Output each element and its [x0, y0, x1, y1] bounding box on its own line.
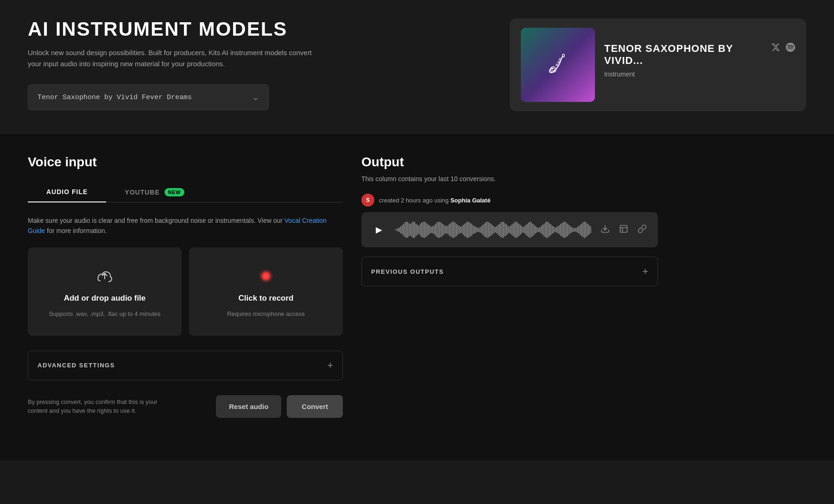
- bottom-section: Voice input AUDIO FILE YOUTUBE New Make …: [0, 136, 834, 460]
- record-box-title: Click to record: [238, 294, 293, 303]
- left-header: AI INSTRUMENT MODELS Unlock new sound de…: [28, 19, 361, 110]
- save-to-library-button[interactable]: [617, 222, 630, 238]
- model-thumbnail: [521, 28, 595, 102]
- input-note: Make sure your audio is clear and free f…: [28, 215, 343, 236]
- model-card: TENOR SAXOPHONE BY VIVID... Instrument: [510, 19, 806, 111]
- upload-file-box[interactable]: Add or drop audio file Supports .wav, .m…: [28, 247, 182, 336]
- upload-icon: [95, 266, 115, 286]
- upload-box-title: Add or drop audio file: [64, 294, 146, 303]
- output-title: Output: [361, 155, 658, 170]
- player-actions: [599, 222, 649, 238]
- previous-outputs-label: PREVIOUS OUTPUTS: [371, 268, 444, 275]
- output-panel: Output This column contains your last 10…: [361, 155, 658, 442]
- new-badge: New: [164, 188, 184, 196]
- twitter-icon[interactable]: [771, 43, 780, 54]
- tabs: AUDIO FILE YOUTUBE New: [28, 183, 343, 202]
- record-box-subtitle: Requires microphone access: [227, 310, 305, 317]
- expand-previous-icon: +: [642, 265, 648, 277]
- avatar: S: [361, 194, 374, 207]
- record-box[interactable]: Click to record Requires microphone acce…: [189, 247, 343, 336]
- chevron-down-icon: ⌄: [252, 92, 259, 102]
- top-section: AI INSTRUMENT MODELS Unlock new sound de…: [0, 0, 834, 134]
- upload-box-subtitle: Supports .wav, .mp3, .flac up to 4 minut…: [49, 310, 160, 317]
- output-creator: S created 2 hours ago using Sophia Galat…: [361, 194, 658, 207]
- record-icon: [256, 266, 276, 286]
- advanced-settings[interactable]: ADVANCED SETTINGS +: [28, 351, 343, 380]
- waveform: [395, 220, 591, 239]
- svg-point-7: [263, 273, 269, 279]
- model-selector-value: Tenor Saxophone by Vivid Fever Dreams: [38, 94, 192, 101]
- svg-point-3: [558, 61, 560, 63]
- tab-audio-file[interactable]: AUDIO FILE: [28, 183, 106, 202]
- model-selector[interactable]: Tenor Saxophone by Vivid Fever Dreams ⌄: [28, 84, 269, 110]
- svg-rect-8: [620, 225, 627, 232]
- download-button[interactable]: [599, 222, 612, 238]
- model-card-title: TENOR SAXOPHONE BY VIVID...: [604, 43, 771, 67]
- expand-icon: +: [327, 359, 333, 372]
- svg-point-2: [556, 64, 558, 66]
- audio-player: ▶: [361, 212, 658, 247]
- previous-outputs[interactable]: PREVIOUS OUTPUTS +: [361, 257, 658, 286]
- saxophone-icon: [544, 51, 572, 79]
- voice-input-title: Voice input: [28, 155, 343, 170]
- creator-text: created 2 hours ago using Sophia Galaté: [379, 197, 491, 204]
- advanced-settings-label: ADVANCED SETTINGS: [38, 362, 115, 369]
- page-title: AI INSTRUMENT MODELS: [28, 19, 361, 40]
- convert-button[interactable]: Convert: [287, 395, 343, 418]
- page-subtitle: Unlock new sound design possibilities. B…: [28, 47, 324, 69]
- reset-audio-button[interactable]: Reset audio: [216, 395, 281, 418]
- tab-youtube[interactable]: YOUTUBE New: [106, 183, 203, 202]
- output-subtitle: This column contains your last 10 conver…: [361, 175, 658, 183]
- action-buttons: Reset audio Convert: [216, 395, 343, 418]
- voice-input-panel: Voice input AUDIO FILE YOUTUBE New Make …: [28, 155, 343, 442]
- spotify-icon[interactable]: [786, 43, 795, 54]
- upload-boxes: Add or drop audio file Supports .wav, .m…: [28, 247, 343, 336]
- footer-disclaimer: By pressing convert, you confirm that th…: [28, 397, 167, 416]
- model-card-type: Instrument: [604, 70, 771, 78]
- play-button[interactable]: ▶: [371, 221, 387, 238]
- copy-link-button[interactable]: [636, 222, 649, 238]
- svg-point-4: [559, 58, 561, 60]
- model-social-icons: [771, 43, 795, 54]
- model-info: TENOR SAXOPHONE BY VIVID... Instrument: [604, 43, 795, 87]
- footer-actions: By pressing convert, you confirm that th…: [28, 395, 343, 418]
